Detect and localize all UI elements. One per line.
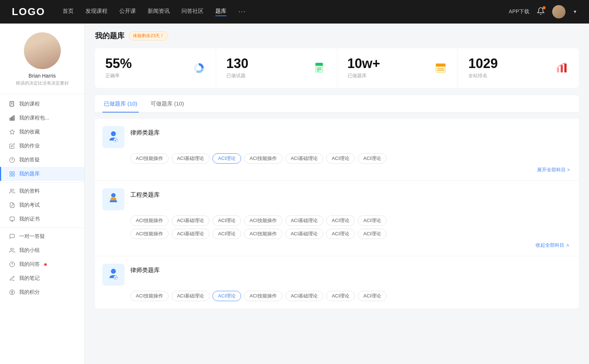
sidebar-item-my-exam[interactable]: 我的考试	[0, 198, 84, 212]
qbank-engineer-icon	[102, 188, 124, 210]
nav-home[interactable]: 首页	[63, 8, 74, 16]
trial-badge: 体验剩余23天！	[129, 31, 168, 40]
sidebar-label-my-favorites: 我的收藏	[19, 129, 40, 135]
qbank-tag-active[interactable]: ACI理论	[212, 291, 241, 301]
nav-news[interactable]: 新闻资讯	[148, 8, 170, 16]
qbank-tag[interactable]: ACI理论	[358, 153, 387, 164]
tab-todo[interactable]: 可做题库 (10)	[149, 95, 186, 113]
sidebar-item-my-questions[interactable]: 我的答疑	[0, 153, 84, 167]
sidebar-label-my-cert: 我的证书	[19, 216, 40, 222]
qbank-tag[interactable]: ACI基础理论	[285, 215, 324, 226]
qbank-expand-lawyer-1[interactable]: 展开全部科目 >	[102, 167, 571, 173]
doc-green-icon	[313, 61, 327, 75]
qbank-tag[interactable]: ACI技能操作	[244, 215, 282, 226]
avatar-dropdown-caret[interactable]: ▼	[573, 9, 577, 14]
qbank-tag-active[interactable]: ACI理论	[212, 153, 241, 164]
stat-accuracy-value: 55%	[105, 57, 132, 70]
qbank-tag[interactable]: ACI技能操作	[244, 291, 282, 301]
note-icon	[9, 275, 15, 282]
qbank-tag[interactable]: ACI基础理论	[172, 229, 210, 239]
list-icon	[9, 171, 15, 177]
nav-qa[interactable]: 问答社区	[181, 8, 204, 16]
qbank-tag[interactable]: ACI理论	[212, 229, 241, 239]
sidebar-divider-1	[0, 182, 84, 183]
stat-done-banks-label: 已做题库	[348, 72, 380, 79]
qbank-tag[interactable]: ACI技能操作	[130, 215, 169, 226]
sidebar-label-my-notes: 我的笔记	[19, 275, 40, 282]
sidebar-item-one-on-one[interactable]: 一对一答疑	[0, 229, 84, 243]
sidebar-label-my-qbank: 我的题库	[19, 171, 40, 177]
notification-bell[interactable]	[537, 7, 545, 17]
qbank-card-lawyer-2: 律师类题库 ACI技能操作 ACI基础理论 ACI理论 ACI技能操作 ACI基…	[95, 256, 579, 308]
qbank-tag[interactable]: ACI技能操作	[130, 229, 169, 239]
qbank-tag[interactable]: ACI理论	[358, 215, 387, 226]
svg-rect-3	[10, 118, 11, 120]
qbank-tag[interactable]: ACI技能操作	[130, 153, 169, 164]
qbank-tag[interactable]: ACI理论	[326, 229, 355, 239]
app-download-button[interactable]: APP下载	[509, 8, 529, 15]
sidebar-item-my-answers[interactable]: 我的问答	[0, 257, 84, 271]
tab-done[interactable]: 已做题库 (10)	[102, 95, 139, 113]
svg-point-37	[111, 131, 116, 136]
qbank-tag[interactable]: ACI理论	[326, 153, 355, 164]
qbank-tag[interactable]: ACI技能操作	[244, 153, 282, 164]
qbank-card-lawyer-1: 律师类题库 ACI技能操作 ACI基础理论 ACI理论 ACI技能操作 ACI基…	[95, 119, 579, 181]
qbank-collapse-engineer[interactable]: 收起全部科目 ∧	[102, 242, 571, 249]
sidebar-label-one-on-one: 一对一答疑	[19, 233, 45, 240]
svg-rect-36	[564, 64, 567, 72]
stat-done-questions-value: 130	[226, 57, 248, 70]
svg-rect-11	[10, 174, 12, 176]
nav-qbank[interactable]: 题库	[215, 8, 226, 16]
sidebar-label-my-courses: 我的课程	[19, 101, 40, 107]
star-icon	[9, 129, 15, 135]
nav-more[interactable]: ···	[238, 8, 246, 16]
qbank-tag[interactable]: ACI基础理论	[172, 291, 210, 301]
svg-rect-35	[561, 65, 563, 72]
stat-rank-value: 1029	[468, 57, 498, 70]
qbank-tag[interactable]: ACI理论	[326, 291, 355, 301]
svg-point-42	[111, 269, 116, 274]
avatar[interactable]	[552, 5, 565, 18]
sidebar-item-my-homework[interactable]: 我的作业	[0, 139, 84, 153]
qbank-list: 律师类题库 ACI技能操作 ACI基础理论 ACI理论 ACI技能操作 ACI基…	[95, 119, 579, 308]
user-name: Brian Harris	[29, 73, 56, 79]
qbank-tag[interactable]: ACI理论	[358, 229, 387, 239]
nav-discover[interactable]: 发现课程	[85, 8, 107, 16]
qbank-tag[interactable]: ACI技能操作	[244, 229, 282, 239]
sidebar-label-my-group: 我的小组	[19, 247, 40, 254]
svg-rect-12	[13, 174, 14, 176]
qbank-tag[interactable]: ACI基础理论	[172, 215, 210, 226]
sidebar-label-my-profile: 我的资料	[19, 188, 40, 195]
qbank-tag[interactable]: ACI理论	[212, 215, 241, 226]
sidebar-menu: 我的课程 我的课程包... 我的收藏	[0, 94, 84, 302]
svg-point-20	[10, 262, 14, 267]
sidebar-item-my-packages[interactable]: 我的课程包...	[0, 111, 84, 125]
svg-rect-4	[12, 117, 13, 120]
qbank-tag[interactable]: ACI理论	[358, 291, 387, 301]
sidebar-item-my-favorites[interactable]: 我的收藏	[0, 125, 84, 139]
sidebar-item-my-cert[interactable]: 我的证书	[0, 212, 84, 226]
badge-icon	[9, 216, 15, 222]
sidebar-item-my-courses[interactable]: 我的课程	[0, 97, 84, 111]
sidebar-item-my-qbank[interactable]: 我的题库	[0, 167, 84, 181]
sidebar: Brian Harris 错误的决定比没有决定要好 我的课程	[0, 24, 85, 364]
nav-open-courses[interactable]: 公开课	[119, 8, 136, 16]
notification-dot	[543, 6, 546, 9]
qbank-tag[interactable]: ACI理论	[326, 215, 355, 226]
qbank-tag[interactable]: ACI基础理论	[172, 153, 210, 164]
sidebar-item-my-profile[interactable]: 我的资料	[0, 184, 84, 198]
sidebar-profile: Brian Harris 错误的决定比没有决定要好	[0, 32, 84, 94]
svg-rect-26	[315, 63, 323, 66]
sidebar-item-my-group[interactable]: 我的小组	[0, 243, 84, 257]
qbank-section: 已做题库 (10) 可做题库 (10)	[95, 95, 579, 308]
qbank-tag[interactable]: ACI基础理论	[285, 291, 324, 301]
stats-row: 55% 正确率 130 已做试题	[95, 48, 579, 88]
logo: LOGO	[12, 6, 45, 18]
sidebar-item-my-points[interactable]: 我的积分	[0, 285, 84, 299]
qbank-tag[interactable]: ACI基础理论	[285, 153, 324, 164]
qbank-tag[interactable]: ACI基础理论	[285, 229, 324, 239]
svg-point-19	[10, 248, 12, 250]
qbank-tag[interactable]: ACI技能操作	[130, 291, 169, 301]
sidebar-item-my-notes[interactable]: 我的笔记	[0, 271, 84, 285]
sidebar-label-my-points: 我的积分	[19, 289, 40, 296]
